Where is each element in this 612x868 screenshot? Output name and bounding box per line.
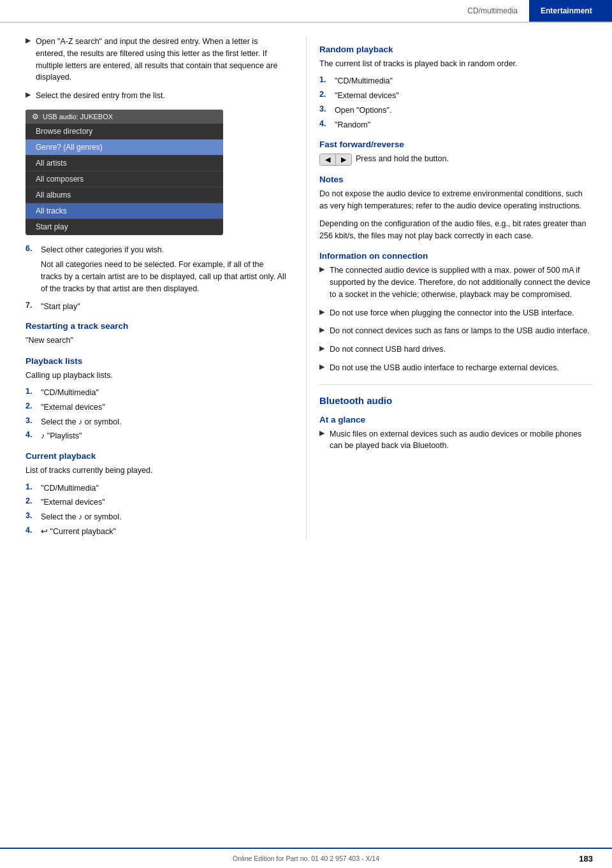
step-7: 7. "Start play" xyxy=(26,301,287,313)
rewind-button[interactable]: ◀ xyxy=(320,154,336,165)
header-bar: CD/multimedia Entertainment xyxy=(0,0,612,23)
step-num: 1. xyxy=(319,75,330,84)
fast-forward-text: Press and hold the button. xyxy=(356,153,449,165)
bullet-item-select-entry: ▶ Select the desired entry from the list… xyxy=(26,90,287,102)
playback-lists-heading: Playback lists xyxy=(26,356,287,366)
page-content: ▶ Open "A-Z search" and input the desire… xyxy=(0,23,612,540)
step-text: ↩ "Current playback" xyxy=(41,526,116,538)
info-bullet-text: Do not use force when plugging the conne… xyxy=(330,307,574,319)
at-glance-text: Music files on external devices such as … xyxy=(330,428,593,452)
current-playback-step: 4.↩ "Current playback" xyxy=(26,526,287,538)
step-6: 6. Select other categories if you wish. xyxy=(26,244,287,256)
info-bullet-item: ▶The connected audio device is supplied … xyxy=(319,264,593,300)
info-bullet-arrow: ▶ xyxy=(319,344,324,352)
notes-text-1: Do not expose the audio device to extrem… xyxy=(319,188,593,213)
page-number: 183 xyxy=(579,854,593,864)
restarting-text: "New search" xyxy=(26,335,287,347)
usb-menu-item[interactable]: All tracks xyxy=(26,203,223,219)
usb-icon: ⚙ xyxy=(32,112,39,121)
usb-panel-title: ⚙ USB audio: JUKEBOX xyxy=(26,110,223,124)
step-num: 2. xyxy=(26,496,36,505)
random-steps-list: 1."CD/Multimedia"2."External devices"3.O… xyxy=(319,75,593,131)
step-num: 2. xyxy=(319,90,330,99)
step-num: 3. xyxy=(26,416,36,425)
bullet-arrow-1: ▶ xyxy=(26,36,31,45)
usb-menu-item[interactable]: All albums xyxy=(26,187,223,203)
step-num: 1. xyxy=(26,482,36,491)
info-bullet-text: Do not connect devices such as fans or l… xyxy=(330,325,590,337)
header-cd-label: CD/multimedia xyxy=(456,0,529,22)
step-num: 4. xyxy=(319,119,330,128)
right-column: Random playback The current list of trac… xyxy=(306,36,612,540)
random-playback-intro: The current list of tracks is played bac… xyxy=(319,58,593,70)
fast-forward-heading: Fast forward/reverse xyxy=(319,140,593,149)
current-playback-step: 1."CD/Multimedia" xyxy=(26,482,287,495)
step-text: "Random" xyxy=(335,119,370,131)
info-bullet-arrow: ▶ xyxy=(319,363,324,371)
info-bullets-list: ▶The connected audio device is supplied … xyxy=(319,264,593,373)
playback-step: 4.♪ "Playlists" xyxy=(26,430,287,442)
usb-menu-item[interactable]: Genre? (All genres) xyxy=(26,140,223,156)
page-footer: Online Edition for Part no. 01 40 2 957 … xyxy=(0,848,612,868)
usb-menu-item[interactable]: Start play xyxy=(26,219,223,235)
info-bullet-arrow: ▶ xyxy=(319,326,324,334)
info-bullet-item: ▶Do not use force when plugging the conn… xyxy=(319,307,593,319)
fast-forward-section: ◀ ▶ Press and hold the button. xyxy=(319,153,593,165)
at-glance-heading: At a glance xyxy=(319,415,593,424)
info-connection-heading: Information on connection xyxy=(319,251,593,261)
info-bullet-item: ▶Do not use the USB audio interface to r… xyxy=(319,362,593,374)
bullet-arrow-2: ▶ xyxy=(26,90,31,99)
random-step: 2."External devices" xyxy=(319,90,593,102)
step-text: "External devices" xyxy=(41,496,105,509)
at-glance-bullet-item: ▶ Music files on external devices such a… xyxy=(319,428,593,452)
usb-menu-item[interactable]: All composers xyxy=(26,171,223,187)
step-text: "External devices" xyxy=(41,401,105,414)
step-text: "External devices" xyxy=(335,90,399,102)
random-step: 3.Open "Options". xyxy=(319,105,593,117)
current-playback-steps-list: 1."CD/Multimedia"2."External devices"3.S… xyxy=(26,482,287,538)
random-step: 4."Random" xyxy=(319,119,593,131)
info-bullet-item: ▶Do not connect USB hard drives. xyxy=(319,344,593,356)
step-text: Select the ♪ or symbol. xyxy=(41,511,121,523)
step-num: 4. xyxy=(26,430,36,439)
bullet-text-az-search: Open "A-Z search" and input the desired … xyxy=(36,36,287,83)
step-num: 2. xyxy=(26,401,36,410)
random-playback-heading: Random playback xyxy=(319,45,593,54)
usb-panel-title-text: USB audio: JUKEBOX xyxy=(43,113,113,120)
step-num: 1. xyxy=(26,387,36,396)
step-6-desc: Not all categories need to be selected. … xyxy=(41,259,287,296)
fast-forward-button[interactable]: ▶ xyxy=(336,154,351,165)
step-text: Select the ♪ or symbol. xyxy=(41,416,121,428)
header-entertainment-label: Entertainment xyxy=(529,0,612,22)
current-playback-heading: Current playback xyxy=(26,451,287,461)
step-num: 3. xyxy=(26,511,36,520)
info-bullet-arrow: ▶ xyxy=(319,265,324,273)
step-text: Open "Options". xyxy=(335,105,391,117)
bluetooth-heading: Bluetooth audio xyxy=(319,395,593,406)
usb-menu-item[interactable]: All artists xyxy=(26,156,223,171)
usb-menu-list: Browse directoryGenre? (All genres)All a… xyxy=(26,124,223,235)
usb-menu-item[interactable]: Browse directory xyxy=(26,124,223,140)
info-bullet-text: The connected audio device is supplied w… xyxy=(330,264,593,300)
usb-panel: ⚙ USB audio: JUKEBOX Browse directoryGen… xyxy=(26,110,223,235)
nav-buttons[interactable]: ◀ ▶ xyxy=(319,154,352,166)
step-num: 4. xyxy=(26,526,36,535)
notes-heading: Notes xyxy=(319,175,593,184)
notes-text-2: Depending on the configuration of the au… xyxy=(319,218,593,243)
step-7-text: "Start play" xyxy=(41,301,80,313)
step-6-num: 6. xyxy=(26,244,36,253)
bullet-text-select-entry: Select the desired entry from the list. xyxy=(36,90,165,102)
current-playback-step: 2."External devices" xyxy=(26,496,287,509)
current-playback-intro: List of tracks currently being played. xyxy=(26,465,287,477)
section-divider xyxy=(319,384,593,385)
step-6-text: Select other categories if you wish. xyxy=(41,244,164,256)
info-bullet-text: Do not use the USB audio interface to re… xyxy=(330,362,559,374)
step-text: "CD/Multimedia" xyxy=(335,75,393,87)
step-text: "CD/Multimedia" xyxy=(41,387,99,399)
step-7-num: 7. xyxy=(26,301,36,310)
random-step: 1."CD/Multimedia" xyxy=(319,75,593,87)
footer-text: Online Edition for Part no. 01 40 2 957 … xyxy=(233,855,379,862)
step-num: 3. xyxy=(319,105,330,113)
playback-step: 2."External devices" xyxy=(26,401,287,414)
playback-lists-intro: Calling up playback lists. xyxy=(26,370,287,382)
